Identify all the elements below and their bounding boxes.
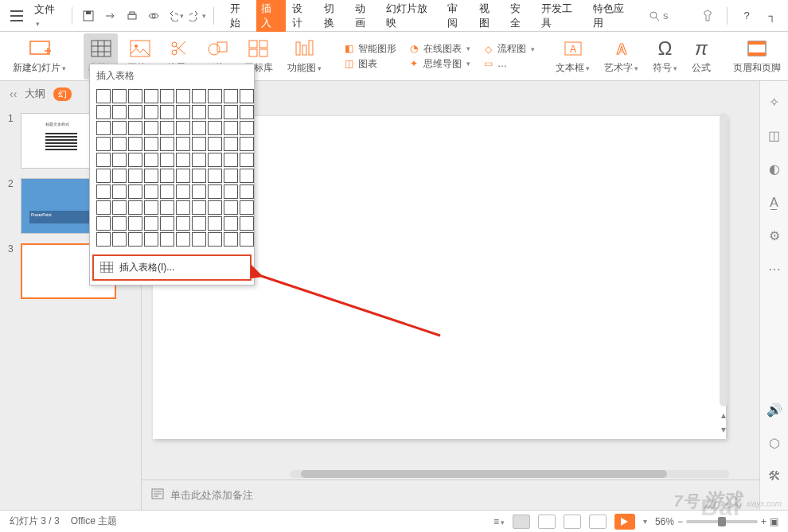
table-grid-cell[interactable] [160, 137, 174, 151]
table-grid-cell[interactable] [128, 121, 142, 135]
table-grid-cell[interactable] [96, 153, 111, 167]
table-grid-cell[interactable] [208, 232, 222, 247]
table-grid-cell[interactable] [224, 89, 238, 103]
table-grid-cell[interactable] [176, 137, 190, 151]
table-grid-cell[interactable] [112, 121, 127, 135]
table-grid-cell[interactable] [160, 89, 174, 103]
table-grid-cell[interactable] [112, 184, 127, 199]
tab-featured[interactable]: 特色应用 [588, 0, 638, 33]
sound-icon[interactable]: 🔊 [767, 402, 782, 417]
table-grid-cell[interactable] [224, 200, 238, 215]
table-grid-cell[interactable] [128, 232, 142, 247]
table-grid-cell[interactable] [128, 105, 142, 119]
table-grid-cell[interactable] [208, 121, 222, 135]
outline-tab[interactable]: 大纲 [25, 87, 45, 101]
table-grid-cell[interactable] [176, 89, 190, 103]
table-grid-cell[interactable] [96, 216, 111, 231]
table-grid-cell[interactable] [96, 105, 111, 119]
table-grid-cell[interactable] [144, 169, 158, 183]
table-grid-cell[interactable] [176, 153, 190, 167]
table-grid-cell[interactable] [192, 153, 206, 167]
scroll-up-icon[interactable]: ▴ [721, 410, 726, 421]
table-grid-cell[interactable] [160, 121, 174, 135]
table-grid-cell[interactable] [96, 232, 111, 247]
table-grid-cell[interactable] [224, 216, 238, 231]
sorter-view-button[interactable] [538, 515, 556, 529]
table-grid-cell[interactable] [208, 216, 222, 231]
tab-view[interactable]: 视图 [474, 0, 504, 33]
table-grid-cell[interactable] [160, 232, 174, 247]
file-menu[interactable]: 文件 [29, 1, 64, 30]
symbol-button[interactable]: Ω 符号 [648, 33, 682, 80]
tab-security[interactable]: 安全 [505, 0, 535, 33]
table-grid-cell[interactable] [128, 89, 142, 103]
table-grid-cell[interactable] [96, 137, 111, 151]
table-grid-cell[interactable] [160, 216, 174, 231]
print-icon[interactable] [123, 6, 142, 25]
zoom-value[interactable]: 56% [655, 516, 674, 527]
table-grid-cell[interactable] [96, 121, 111, 135]
zoom-in-button[interactable]: + [761, 516, 767, 527]
formula-button[interactable]: π 公式 [687, 33, 716, 80]
template-icon[interactable]: ◫ [767, 127, 782, 143]
search-box[interactable] [649, 10, 695, 21]
undo-icon[interactable] [166, 6, 185, 25]
table-grid-cell[interactable] [144, 232, 158, 247]
table-grid-cell[interactable] [144, 153, 158, 167]
notes-view-button[interactable] [589, 515, 607, 529]
smart-graphic-button[interactable]: ◧智能图形 [342, 42, 396, 56]
tab-start[interactable]: 开始 [225, 0, 255, 33]
table-grid-cell[interactable] [208, 89, 222, 103]
table-grid-cell[interactable] [192, 121, 206, 135]
table-grid-cell[interactable] [240, 200, 254, 215]
table-grid-cell[interactable] [240, 89, 254, 103]
search-input[interactable] [663, 10, 695, 21]
table-grid-cell[interactable] [224, 121, 238, 135]
table-grid-cell[interactable] [96, 169, 111, 183]
more-icon[interactable]: ⋯ [767, 261, 782, 277]
tab-animation[interactable]: 动画 [350, 0, 380, 33]
slideshow-play-button[interactable] [614, 514, 635, 530]
table-grid-cell[interactable] [192, 200, 206, 215]
more-button[interactable]: ▭… [482, 57, 535, 70]
table-grid-cell[interactable] [128, 153, 142, 167]
export-icon[interactable] [100, 6, 119, 25]
table-grid-cell[interactable] [144, 216, 158, 231]
table-grid-cell[interactable] [192, 232, 206, 247]
table-grid-cell[interactable] [192, 169, 206, 183]
play-dropdown-icon[interactable]: ▾ [643, 517, 647, 526]
tab-devtools[interactable]: 开发工具 [536, 0, 587, 33]
table-grid-cell[interactable] [176, 232, 190, 247]
table-grid-cell[interactable] [176, 184, 190, 199]
table-grid-cell[interactable] [176, 121, 190, 135]
table-grid-cell[interactable] [192, 105, 206, 119]
table-grid-cell[interactable] [112, 169, 127, 183]
table-grid-cell[interactable] [96, 200, 111, 215]
tab-review[interactable]: 审阅 [443, 0, 472, 33]
table-grid-cell[interactable] [96, 184, 111, 199]
table-grid-cell[interactable] [128, 137, 142, 151]
horizontal-scrollbar[interactable] [142, 468, 731, 480]
tab-design[interactable]: 设计 [287, 0, 317, 33]
table-grid-cell[interactable] [208, 169, 222, 183]
online-chart-button[interactable]: ◔在线图表 [408, 42, 470, 56]
table-grid-cell[interactable] [240, 121, 254, 135]
table-grid-cell[interactable] [192, 137, 206, 151]
table-grid-cell[interactable] [224, 105, 238, 119]
new-slide-button[interactable]: 新建幻灯片 [8, 33, 71, 80]
header-footer-button[interactable]: 页眉和页脚 [728, 33, 786, 80]
table-grid-cell[interactable] [176, 105, 190, 119]
mindmap-button[interactable]: ✦思维导图 [408, 57, 470, 71]
table-grid-cell[interactable] [144, 137, 158, 151]
text-style-icon[interactable]: A̲ [767, 194, 782, 210]
table-grid-cell[interactable] [112, 200, 127, 215]
table-grid-cell[interactable] [208, 200, 222, 215]
table-grid-cell[interactable] [192, 216, 206, 231]
save-icon[interactable] [79, 6, 98, 25]
table-grid-cell[interactable] [176, 200, 190, 215]
table-grid-cell[interactable] [128, 184, 142, 199]
table-grid-cell[interactable] [112, 216, 127, 231]
textbox-button[interactable]: A 文本框 [551, 33, 595, 80]
table-grid-cell[interactable] [144, 200, 158, 215]
table-grid-cell[interactable] [176, 216, 190, 231]
